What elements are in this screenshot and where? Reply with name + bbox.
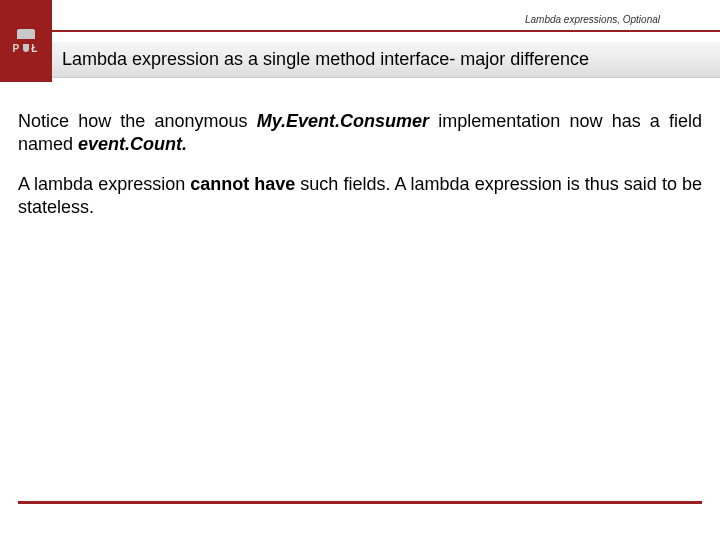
breadcrumb: Lambda expressions, Optional — [525, 14, 660, 25]
logo-letters: P Ł — [13, 43, 40, 54]
slide-header: P Ł Lambda expressions, Optional Lambda … — [0, 0, 720, 82]
text-run: A lambda expression — [18, 174, 190, 194]
footer-divider — [18, 501, 702, 504]
text-emphasis: event.Count. — [78, 134, 187, 154]
paragraph-1: Notice how the anonymous My.Event.Consum… — [18, 110, 702, 155]
header-divider — [52, 30, 720, 32]
text-run: Notice how the anonymous — [18, 111, 257, 131]
title-bar: Lambda expression as a single method int… — [52, 42, 720, 78]
text-emphasis: My.Event.Consumer — [257, 111, 429, 131]
text-strong: cannot have — [190, 174, 295, 194]
logo-letter-right: Ł — [31, 43, 39, 54]
slide-title: Lambda expression as a single method int… — [62, 49, 589, 70]
paragraph-2: A lambda expression cannot have such fie… — [18, 173, 702, 218]
institution-logo: P Ł — [0, 0, 52, 82]
logo-letter-left: P — [13, 43, 22, 54]
logo-shield-icon — [23, 44, 29, 52]
slide-content: Notice how the anonymous My.Event.Consum… — [0, 82, 720, 218]
logo-crest-icon — [17, 29, 35, 39]
